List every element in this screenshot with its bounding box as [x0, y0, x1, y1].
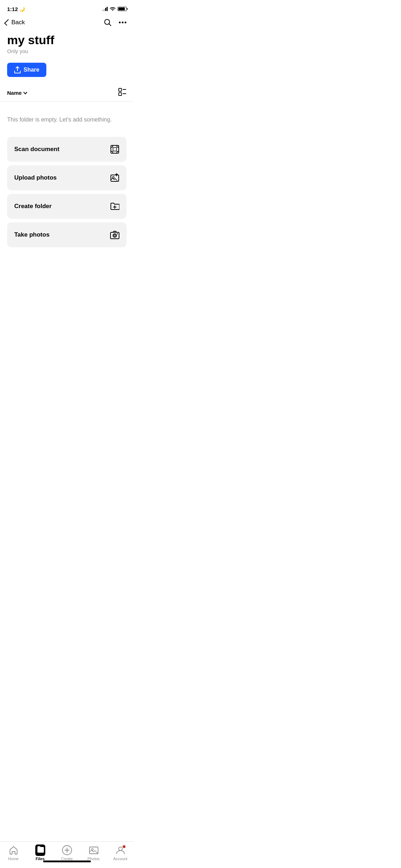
svg-rect-14	[110, 232, 119, 239]
scan-document-label: Scan document	[14, 146, 60, 153]
view-toggle-button[interactable]	[118, 88, 127, 98]
svg-point-16	[114, 234, 116, 236]
empty-state: This folder is empty. Let's add somethin…	[0, 102, 134, 135]
upload-photos-icon	[110, 173, 119, 182]
svg-point-17	[117, 233, 118, 234]
svg-rect-10	[111, 175, 119, 181]
page-subtitle: Only you	[7, 48, 127, 54]
empty-state-message: This folder is empty. Let's add somethin…	[7, 116, 127, 124]
create-folder-card[interactable]: Create folder	[7, 194, 127, 219]
take-photos-icon	[110, 230, 119, 239]
status-icons	[102, 6, 127, 12]
back-label: Back	[11, 19, 25, 26]
page-title: my stuff	[7, 33, 127, 47]
upload-photos-card[interactable]: Upload photos	[7, 165, 127, 190]
status-time: 1:12 🌙	[7, 6, 25, 12]
wifi-icon	[110, 6, 115, 12]
scan-document-icon	[110, 145, 119, 154]
sort-view-row: Name	[0, 84, 134, 102]
share-section: Share	[0, 60, 134, 84]
moon-icon: 🌙	[19, 6, 25, 12]
signal-icon	[102, 7, 108, 11]
svg-rect-4	[119, 88, 122, 91]
svg-rect-8	[111, 145, 119, 153]
status-bar: 1:12 🌙	[0, 0, 134, 16]
sort-chevron-icon	[23, 90, 27, 94]
nav-header: Back	[0, 16, 134, 31]
sort-label: Name	[7, 90, 22, 96]
svg-point-2	[122, 22, 124, 24]
share-button-label: Share	[24, 67, 39, 73]
action-cards: Scan document Upload photos Create folde…	[0, 135, 134, 257]
back-button[interactable]: Back	[6, 19, 25, 26]
svg-point-1	[119, 22, 121, 24]
nav-actions	[104, 19, 127, 26]
share-button[interactable]: Share	[7, 63, 46, 77]
svg-point-15	[113, 234, 117, 237]
search-button[interactable]	[104, 19, 112, 26]
sort-button[interactable]: Name	[7, 90, 27, 96]
scan-document-card[interactable]: Scan document	[7, 137, 127, 162]
battery-icon	[118, 7, 127, 11]
create-folder-label: Create folder	[14, 203, 52, 210]
page-title-section: my stuff Only you	[0, 31, 134, 60]
svg-point-3	[125, 22, 127, 24]
more-button[interactable]	[119, 21, 127, 24]
take-photos-label: Take photos	[14, 231, 50, 238]
upload-photos-label: Upload photos	[14, 174, 57, 181]
svg-rect-5	[119, 93, 122, 95]
chevron-left-icon	[4, 19, 11, 26]
svg-rect-9	[113, 148, 117, 151]
take-photos-card[interactable]: Take photos	[7, 222, 127, 247]
create-folder-icon	[110, 202, 119, 211]
